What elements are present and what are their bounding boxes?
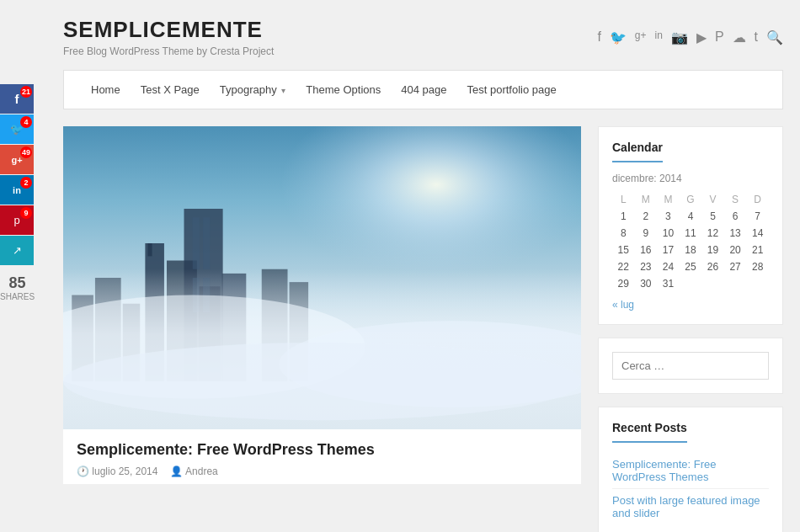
recent-post-link[interactable]: Semplicemente: Free WordPress Themes — [612, 453, 769, 489]
shares-label: SHARES — [0, 292, 35, 301]
header-pinterest-icon[interactable]: P — [715, 29, 724, 45]
calendar-cell[interactable]: 4 — [680, 208, 702, 225]
share-button[interactable]: ↗ — [0, 236, 34, 265]
calendar-widget: Calendar dicembre: 2014 L M M G V S D — [598, 126, 783, 325]
header-instagram-icon[interactable]: 📷 — [671, 29, 688, 45]
calendar-cell[interactable]: 10 — [657, 225, 680, 242]
calendar-cell[interactable]: 30 — [635, 275, 658, 292]
facebook-button[interactable]: f 21 — [0, 84, 34, 114]
pinterest-button[interactable]: p 9 — [0, 205, 34, 235]
sidebar: Calendar dicembre: 2014 L M M G V S D — [598, 126, 783, 532]
calendar-cell[interactable]: 13 — [724, 225, 747, 242]
nav-home[interactable]: Home — [81, 71, 131, 109]
calendar-cell[interactable]: 5 — [701, 208, 724, 225]
cal-header-d: D — [746, 191, 769, 208]
calendar-cell[interactable]: 21 — [746, 242, 769, 258]
calendar-cell[interactable]: 2 — [635, 208, 658, 225]
recent-post-link[interactable]: Post with large featured image and slide… — [612, 489, 769, 524]
article-info: 🕐 luglio 25, 2014 👤 Andrea — [77, 466, 568, 477]
header-googleplus-icon[interactable]: g+ — [635, 29, 647, 45]
header-search-icon[interactable]: 🔍 — [766, 29, 783, 45]
calendar-cell[interactable]: 24 — [657, 258, 680, 275]
site-tagline: Free Blog WordPress Theme by Cresta Proj… — [63, 45, 274, 57]
nav-portfolio[interactable]: Test portfolio page — [456, 71, 566, 109]
calendar-cell[interactable]: 19 — [701, 242, 724, 258]
site-navigation: Home Test X Page Typography ▾ Theme Opti… — [63, 70, 783, 109]
header-linkedin-icon[interactable]: in — [655, 29, 663, 45]
calendar-cell[interactable]: 8 — [612, 225, 635, 242]
calendar-cell[interactable]: 29 — [612, 275, 635, 292]
recent-posts-list: Semplicemente: Free WordPress ThemesPost… — [612, 453, 769, 524]
shares-count: 85 — [0, 274, 35, 292]
header-social-icons: f 🐦 g+ in 📷 ▶ P ☁ t 🔍 — [597, 29, 783, 45]
calendar-cell[interactable]: 20 — [724, 242, 747, 258]
linkedin-button[interactable]: in 2 — [0, 175, 34, 205]
calendar-month-label: dicembre: 2014 — [612, 173, 769, 184]
calendar-cell — [680, 275, 702, 292]
calendar-cell — [746, 275, 769, 292]
calendar-cell — [701, 275, 724, 292]
header-youtube-icon[interactable]: ▶ — [696, 29, 707, 45]
calendar-cell[interactable]: 11 — [680, 225, 702, 242]
nav-404[interactable]: 404 page — [391, 71, 456, 109]
nav-theme-options[interactable]: Theme Options — [296, 71, 391, 109]
clock-icon: 🕐 — [77, 466, 89, 477]
search-input[interactable] — [612, 352, 769, 380]
googleplus-badge: 49 — [20, 146, 32, 158]
nav-typography[interactable]: Typography ▾ — [210, 71, 296, 109]
cal-header-v: V — [701, 191, 724, 208]
article-featured-image — [63, 126, 581, 429]
calendar-cell[interactable]: 17 — [657, 242, 680, 258]
header-twitter-icon[interactable]: 🐦 — [610, 29, 627, 45]
content-area: Semplicemente: Free WordPress Themes 🕐 l… — [63, 126, 783, 532]
site-header: SEMPLICEMENTE Free Blog WordPress Theme … — [63, 0, 783, 70]
calendar-cell[interactable]: 16 — [635, 242, 658, 258]
calendar-cell[interactable]: 15 — [612, 242, 635, 258]
calendar-header-row: L M M G V S D — [612, 191, 769, 208]
calendar-cell[interactable]: 23 — [635, 258, 658, 275]
googleplus-button[interactable]: g+ 49 — [0, 145, 34, 174]
calendar-cell[interactable]: 25 — [680, 258, 702, 275]
recent-posts-widget: Recent Posts Semplicemente: Free WordPre… — [598, 407, 783, 532]
calendar-table: L M M G V S D 12345678910111213141516171… — [612, 191, 769, 292]
site-title[interactable]: SEMPLICEMENTE — [63, 17, 274, 43]
twitter-button[interactable]: 🐦 4 — [0, 114, 34, 144]
svg-rect-14 — [203, 217, 210, 269]
calendar-cell[interactable]: 18 — [680, 242, 702, 258]
calendar-cell[interactable]: 7 — [746, 208, 769, 225]
calendar-cell[interactable]: 12 — [701, 225, 724, 242]
header-tumblr-icon[interactable]: t — [755, 29, 758, 45]
pinterest-icon: p — [13, 214, 19, 226]
article-card: Semplicemente: Free WordPress Themes 🕐 l… — [63, 126, 581, 484]
cal-header-m1: M — [635, 191, 658, 208]
article-author: 👤 Andrea — [170, 466, 217, 477]
calendar-prev-link[interactable]: « lug — [612, 299, 634, 311]
calendar-cell[interactable]: 31 — [657, 275, 680, 292]
calendar-cell[interactable]: 6 — [724, 208, 747, 225]
calendar-cell[interactable]: 9 — [635, 225, 658, 242]
share-icon: ↗ — [13, 244, 22, 257]
calendar-cell[interactable]: 3 — [657, 208, 680, 225]
nav-test-x-page[interactable]: Test X Page — [131, 71, 210, 109]
calendar-cell[interactable]: 27 — [724, 258, 747, 275]
facebook-icon: f — [15, 92, 19, 106]
svg-rect-13 — [193, 217, 200, 269]
search-widget — [598, 338, 783, 394]
article-meta: Semplicemente: Free WordPress Themes 🕐 l… — [63, 429, 581, 484]
calendar-row: 891011121314 — [612, 225, 769, 242]
recent-posts-widget-title: Recent Posts — [612, 421, 687, 443]
calendar-cell — [724, 275, 747, 292]
article-title: Semplicemente: Free WordPress Themes — [77, 441, 568, 459]
calendar-cell[interactable]: 26 — [701, 258, 724, 275]
calendar-row: 15161718192021 — [612, 242, 769, 258]
linkedin-badge: 2 — [20, 177, 32, 189]
calendar-cell[interactable]: 14 — [746, 225, 769, 242]
header-facebook-icon[interactable]: f — [597, 29, 600, 45]
calendar-cell[interactable]: 28 — [746, 258, 769, 275]
social-sidebar: f 21 🐦 4 g+ 49 in 2 p 9 ↗ 85 SHARES — [0, 84, 35, 301]
header-rss-icon[interactable]: ☁ — [733, 29, 746, 45]
calendar-row: 293031 — [612, 275, 769, 292]
calendar-cell[interactable]: 22 — [612, 258, 635, 275]
svg-rect-9 — [147, 243, 152, 256]
calendar-cell[interactable]: 1 — [612, 208, 635, 225]
